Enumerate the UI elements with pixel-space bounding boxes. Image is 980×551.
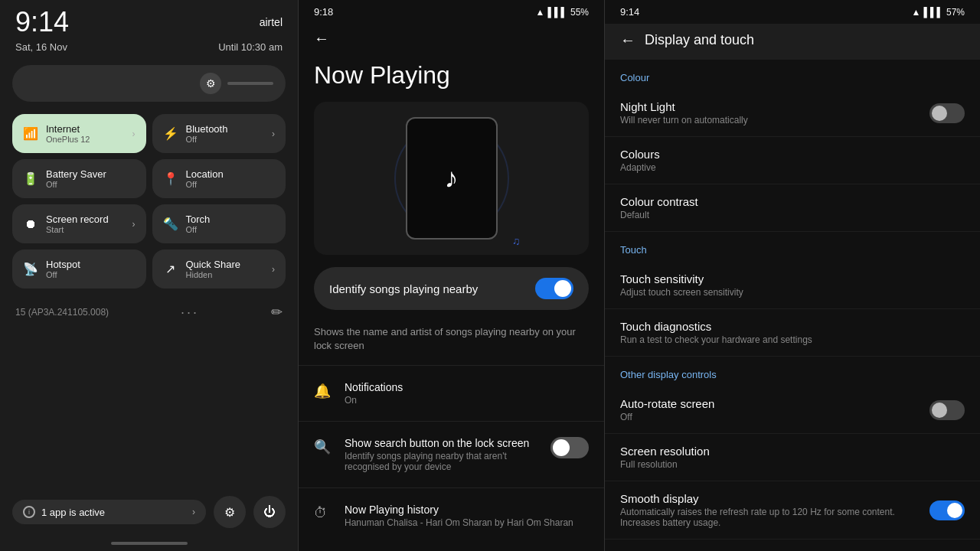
- info-icon: i: [23, 506, 35, 518]
- other-display-section: Other display controls Auto-rotate scree…: [605, 357, 980, 540]
- power-button[interactable]: ⏻: [253, 496, 286, 528]
- history-row[interactable]: ⏱ Now Playing history Hanuman Chalisa - …: [314, 494, 589, 537]
- tile-screen-record[interactable]: ⏺ Screen record Start ›: [12, 204, 146, 243]
- colours-sub: Adaptive: [620, 162, 660, 173]
- touch-sensitivity-row[interactable]: Touch sensitivity Adjust touch screen se…: [605, 262, 980, 309]
- history-title: Now Playing history: [345, 504, 573, 516]
- tile-battery-saver[interactable]: 🔋 Battery Saver Off: [12, 159, 146, 198]
- identify-songs-row[interactable]: Identify songs playing nearby: [314, 267, 589, 310]
- auto-rotate-toggle[interactable]: [929, 400, 965, 420]
- tile-battery-sub: Off: [46, 180, 136, 189]
- tile-quick-share[interactable]: ↗ Quick Share Hidden ›: [152, 249, 286, 289]
- back-button-3[interactable]: ←: [620, 31, 635, 49]
- tile-hotspot-sub: Off: [46, 270, 136, 279]
- quick-tiles-grid: 📶 Internet OnePlus 12 › ⚡ Bluetooth Off …: [0, 108, 298, 295]
- settings-button[interactable]: ⚙: [214, 496, 246, 528]
- quick-share-icon: ↗: [163, 262, 178, 277]
- tile-quick-share-sub: Hidden: [186, 270, 265, 279]
- tile-bluetooth[interactable]: ⚡ Bluetooth Off ›: [152, 114, 286, 153]
- quick-settings-panel: 9:14 airtel Sat, 16 Nov Until 10:30 am ⚙…: [0, 0, 299, 551]
- build-info-row: 15 (AP3A.241105.008) ··· ✏: [0, 295, 298, 330]
- bell-icon: 🔔: [314, 383, 332, 399]
- tile-quick-share-arrow: ›: [272, 264, 275, 275]
- identify-songs-desc: Shows the name and artist of songs playi…: [299, 322, 604, 365]
- screen-record-icon: ⏺: [23, 217, 38, 232]
- now-playing-title: Now Playing: [299, 54, 604, 102]
- display-header: ← Display and touch: [605, 24, 980, 60]
- colour-section-label: Colour: [605, 60, 980, 90]
- touch-section: Touch Touch sensitivity Adjust touch scr…: [605, 232, 980, 357]
- touch-diagnostics-title: Touch diagnostics: [620, 320, 812, 333]
- date-text: Sat, 16 Nov: [15, 41, 67, 53]
- tile-location-title: Location: [186, 168, 276, 180]
- status-icons-3: ▲ ▌▌▌ 57%: [912, 7, 965, 18]
- show-search-toggle[interactable]: [550, 437, 589, 458]
- brightness-slider[interactable]: [227, 82, 273, 85]
- floating-note-3: ♫: [512, 235, 521, 247]
- show-search-sub: Identify songs playing nearby that aren'…: [345, 451, 538, 472]
- notifications-row[interactable]: 🔔 Notifications On: [314, 372, 589, 415]
- smooth-display-title: Smooth display: [620, 492, 920, 505]
- location-icon: 📍: [163, 171, 178, 187]
- bluetooth-icon: ⚡: [163, 126, 178, 142]
- notifications-section: 🔔 Notifications On: [299, 365, 604, 421]
- colour-contrast-row[interactable]: Colour contrast Default: [605, 184, 980, 232]
- smooth-display-row[interactable]: Smooth display Automatically raises the …: [605, 481, 980, 540]
- search-input[interactable]: [24, 77, 200, 90]
- tile-bluetooth-sub: Off: [186, 135, 265, 144]
- edit-icon[interactable]: ✏: [271, 304, 283, 321]
- tile-quick-share-title: Quick Share: [186, 259, 265, 270]
- show-search-row[interactable]: 🔍 Show search button on the lock screen …: [314, 428, 589, 481]
- auto-rotate-row[interactable]: Auto-rotate screen Off: [605, 386, 980, 434]
- time-display-1: 9:14: [15, 6, 69, 38]
- tile-bluetooth-arrow: ›: [272, 129, 275, 139]
- settings-icon[interactable]: ⚙: [200, 73, 221, 94]
- wifi-icon: 📶: [23, 126, 38, 142]
- now-playing-panel: 9:18 ▲ ▌▌▌ 55% ← Now Playing ♪ ♪ ♪ ♫: [299, 0, 605, 551]
- status-bar-3: 9:14 ▲ ▌▌▌ 57%: [605, 0, 980, 24]
- tile-internet-arrow: ›: [132, 129, 136, 139]
- display-title: Display and touch: [645, 32, 754, 48]
- wifi-icon-3: ▲: [912, 7, 921, 18]
- touch-section-label: Touch: [605, 232, 980, 262]
- tile-bluetooth-title: Bluetooth: [186, 123, 265, 135]
- active-app-pill[interactable]: i 1 app is active ›: [12, 500, 206, 524]
- auto-rotate-sub: Off: [620, 412, 714, 422]
- touch-diagnostics-row[interactable]: Touch diagnostics Run a test to check yo…: [605, 309, 980, 357]
- identify-songs-toggle[interactable]: [535, 278, 573, 299]
- tile-internet-sub: OnePlus 12: [46, 135, 125, 144]
- screen-resolution-title: Screen resolution: [620, 445, 710, 458]
- colour-section: Colour Night Light Will never turn on au…: [605, 60, 980, 232]
- status-bar-1: 9:14 airtel: [0, 0, 298, 41]
- screen-resolution-row[interactable]: Screen resolution Full resolution: [605, 434, 980, 481]
- night-light-sub: Will never turn on automatically: [620, 115, 748, 126]
- screen-resolution-sub: Full resolution: [620, 459, 710, 470]
- tile-battery-title: Battery Saver: [46, 168, 136, 180]
- tile-hotspot[interactable]: 📡 Hotspot Off: [12, 249, 146, 289]
- smooth-display-sub: Automatically raises the refresh rate up…: [620, 507, 920, 528]
- tile-torch-sub: Off: [186, 225, 276, 234]
- tile-location[interactable]: 📍 Location Off: [152, 159, 286, 198]
- tile-torch[interactable]: 🔦 Torch Off: [152, 204, 286, 243]
- tile-torch-title: Torch: [186, 214, 276, 225]
- active-app-text: 1 app is active: [41, 507, 186, 518]
- carrier-name: airtel: [260, 16, 283, 28]
- time-display-2: 9:18: [314, 6, 333, 18]
- show-search-section: 🔍 Show search button on the lock screen …: [299, 421, 604, 487]
- display-settings-panel: 9:14 ▲ ▌▌▌ 57% ← Display and touch Colou…: [605, 0, 980, 551]
- bottom-bar: i 1 app is active › ⚙ ⏻: [0, 488, 298, 536]
- more-options-dots[interactable]: ···: [181, 305, 199, 321]
- tile-internet[interactable]: 📶 Internet OnePlus 12 ›: [12, 114, 146, 153]
- smooth-display-toggle[interactable]: [929, 500, 965, 520]
- touch-diagnostics-sub: Run a test to check your hardware and se…: [620, 334, 812, 345]
- back-button-2[interactable]: ←: [299, 24, 604, 54]
- night-light-toggle[interactable]: [929, 103, 965, 123]
- night-light-row[interactable]: Night Light Will never turn on automatic…: [605, 90, 980, 137]
- history-section: ⏱ Now Playing history Hanuman Chalisa - …: [299, 487, 604, 543]
- colours-row[interactable]: Colours Adaptive: [605, 137, 980, 184]
- colours-title: Colours: [620, 148, 660, 161]
- status-icons-2: ▲ ▌▌▌ 55%: [536, 7, 589, 18]
- search-bar[interactable]: ⚙: [12, 65, 286, 102]
- hotspot-icon: 📡: [23, 262, 38, 277]
- signal-icon-3: ▌▌▌: [923, 7, 943, 18]
